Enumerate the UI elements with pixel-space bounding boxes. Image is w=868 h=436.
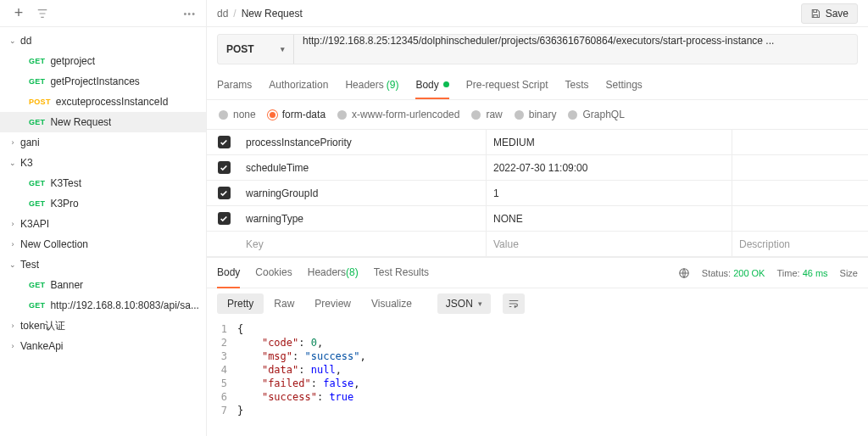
- filter-icon[interactable]: [36, 7, 49, 20]
- sidebar-toolbar: + •••: [0, 0, 206, 27]
- request-label: http://192.168.8.10:8083/api/sa...: [50, 299, 198, 311]
- method-badge: GET: [29, 57, 45, 65]
- breadcrumb-row: dd / New Request Save: [207, 0, 868, 27]
- param-key[interactable]: processInstancePriority: [241, 130, 487, 154]
- collection-token认证[interactable]: ›token认证: [0, 316, 206, 336]
- collection-label: dd: [20, 35, 31, 47]
- request-label: K3Test: [50, 177, 81, 189]
- param-value[interactable]: 2022-07-30 11:09:00: [487, 155, 732, 180]
- request-item[interactable]: GETK3Test: [0, 173, 206, 193]
- radio-graphql[interactable]: GraphQL: [568, 109, 624, 120]
- tab-tests[interactable]: Tests: [565, 71, 588, 99]
- param-key[interactable]: warningType: [241, 206, 487, 231]
- radio-binary[interactable]: binary: [515, 109, 557, 120]
- form-data-row[interactable]: processInstancePriorityMEDIUM: [207, 130, 868, 155]
- request-item[interactable]: GETK3Pro: [0, 193, 206, 214]
- chevron-icon: ›: [8, 220, 17, 228]
- param-value[interactable]: 1: [487, 181, 732, 205]
- code-line: 6 "success": true: [207, 390, 868, 404]
- view-preview[interactable]: Preview: [304, 293, 361, 314]
- radio-form-data[interactable]: form-data: [268, 109, 326, 120]
- chevron-icon: ›: [8, 321, 17, 330]
- radio-raw[interactable]: raw: [471, 109, 502, 120]
- collection-K3API[interactable]: ›K3API: [0, 214, 206, 234]
- collection-dd[interactable]: ⌄dd: [0, 31, 206, 51]
- param-key[interactable]: scheduleTime: [241, 155, 487, 180]
- view-raw[interactable]: Raw: [264, 293, 304, 314]
- method-badge: GET: [29, 118, 45, 126]
- row-checkbox[interactable]: [207, 187, 241, 199]
- view-pretty[interactable]: Pretty: [217, 293, 264, 314]
- row-checkbox[interactable]: [207, 136, 241, 148]
- form-data-row[interactable]: warningTypeNONE: [207, 206, 868, 232]
- main-panel: dd / New Request Save POST ▾ http://192.…: [207, 0, 868, 436]
- param-key[interactable]: warningGroupId: [241, 181, 487, 205]
- collection-K3[interactable]: ⌄K3: [0, 153, 206, 173]
- chevron-icon: ⌄: [8, 159, 17, 167]
- tab-headers[interactable]: Headers(9): [345, 71, 398, 99]
- chevron-icon: ›: [8, 138, 17, 147]
- param-value-placeholder[interactable]: Value: [487, 232, 732, 256]
- param-desc-placeholder[interactable]: Description: [732, 238, 868, 250]
- code-line: 7}: [207, 404, 868, 417]
- row-checkbox[interactable]: [207, 212, 241, 225]
- request-item[interactable]: GETgetProjectInstances: [0, 71, 206, 92]
- request-label: getproject: [50, 55, 95, 67]
- request-item[interactable]: GETNew Request: [0, 112, 206, 132]
- request-label: excuteprocessInstanceId: [56, 96, 169, 108]
- tab-params[interactable]: Params: [217, 71, 252, 99]
- param-value[interactable]: MEDIUM: [487, 130, 732, 154]
- url-bar: POST ▾ http://192.168.8.25:12345/dolphin…: [217, 34, 858, 64]
- collection-gani[interactable]: ›gani: [0, 132, 206, 153]
- method-badge: GET: [29, 199, 45, 208]
- more-icon[interactable]: •••: [183, 8, 199, 19]
- resp-tab-tests[interactable]: Test Results: [374, 258, 429, 288]
- collection-VankeApi[interactable]: ›VankeApi: [0, 336, 206, 356]
- method-select[interactable]: POST ▾: [218, 35, 294, 64]
- resp-tab-cookies[interactable]: Cookies: [255, 258, 292, 288]
- form-data-new-row[interactable]: KeyValueDescription: [207, 232, 868, 257]
- url-input[interactable]: http://192.168.8.25:12345/dolphinschedul…: [294, 35, 857, 64]
- request-item[interactable]: GEThttp://192.168.8.10:8083/api/sa...: [0, 295, 206, 316]
- row-checkbox[interactable]: [207, 161, 241, 174]
- form-data-row[interactable]: scheduleTime2022-07-30 11:09:00: [207, 155, 868, 181]
- response-body-viewer[interactable]: 1{2 "code": 0,3 "msg": "success",4 "data…: [207, 319, 868, 436]
- globe-icon[interactable]: [678, 267, 690, 279]
- radio-none[interactable]: none: [219, 109, 256, 120]
- breadcrumb-parent[interactable]: dd: [217, 8, 228, 20]
- request-item[interactable]: GETgetproject: [0, 51, 206, 71]
- request-item[interactable]: GETBanner: [0, 275, 206, 295]
- chevron-down-icon: ▾: [478, 299, 482, 308]
- tab-body[interactable]: Body: [415, 71, 448, 99]
- chevron-icon: ⌄: [8, 36, 17, 45]
- tab-settings[interactable]: Settings: [606, 71, 643, 99]
- method-badge: GET: [29, 179, 45, 187]
- new-icon[interactable]: +: [12, 7, 25, 20]
- param-key-placeholder[interactable]: Key: [241, 232, 487, 256]
- collection-label: gani: [20, 137, 40, 148]
- response-tabs-row: Body Cookies Headers (8) Test Results St…: [207, 258, 868, 288]
- code-line: 5 "failed": false,: [207, 377, 868, 390]
- radio-urlencoded[interactable]: x-www-form-urlencoded: [337, 109, 459, 120]
- tab-prerequest[interactable]: Pre-request Script: [466, 71, 548, 99]
- collection-Test[interactable]: ⌄Test: [0, 254, 206, 275]
- view-visualize[interactable]: Visualize: [361, 293, 422, 314]
- resp-tab-headers[interactable]: Headers (8): [308, 258, 359, 288]
- collection-label: K3: [20, 157, 33, 169]
- method-badge: GET: [29, 301, 45, 310]
- request-item[interactable]: POSTexcuteprocessInstanceId: [0, 92, 206, 112]
- request-label: Banner: [50, 279, 83, 291]
- code-line: 3 "msg": "success",: [207, 349, 868, 363]
- collection-New Collection[interactable]: ›New Collection: [0, 234, 206, 254]
- method-badge: POST: [29, 98, 51, 106]
- request-label: New Request: [50, 116, 111, 128]
- form-data-row[interactable]: warningGroupId1: [207, 181, 868, 206]
- language-select[interactable]: JSON ▾: [437, 293, 491, 314]
- method-badge: GET: [29, 281, 45, 289]
- save-button[interactable]: Save: [801, 3, 858, 24]
- save-icon: [810, 8, 821, 19]
- param-value[interactable]: NONE: [487, 206, 732, 231]
- wrap-lines-button[interactable]: [503, 293, 525, 314]
- resp-tab-body[interactable]: Body: [217, 258, 240, 288]
- tab-authorization[interactable]: Authorization: [269, 71, 328, 99]
